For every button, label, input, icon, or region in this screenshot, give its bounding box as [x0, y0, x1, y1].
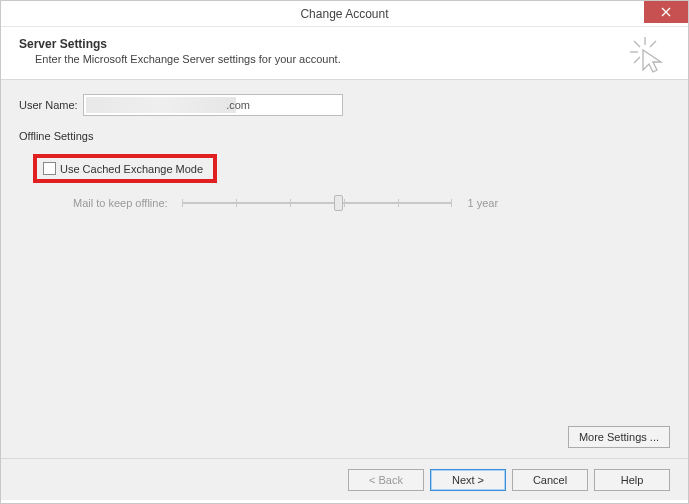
slider-tick	[398, 199, 399, 207]
svg-line-2	[634, 41, 640, 47]
cached-mode-label: Use Cached Exchange Mode	[60, 163, 203, 175]
window-title: Change Account	[300, 7, 388, 21]
close-icon	[661, 7, 671, 17]
next-button[interactable]: Next >	[430, 469, 506, 491]
svg-line-3	[650, 41, 656, 47]
username-input[interactable]: .com	[83, 94, 343, 116]
username-label: User Name:	[19, 99, 83, 111]
back-button[interactable]: < Back	[348, 469, 424, 491]
redacted-region	[86, 97, 236, 113]
slider-tick	[236, 199, 237, 207]
footer-buttons: < Back Next > Cancel Help	[1, 458, 688, 500]
mail-offline-label: Mail to keep offline:	[73, 197, 168, 209]
titlebar: Change Account	[1, 1, 688, 27]
more-settings-wrap: More Settings ...	[568, 426, 670, 448]
slider-tick	[290, 199, 291, 207]
slider-tick	[182, 199, 183, 207]
close-button[interactable]	[644, 1, 688, 23]
cursor-star-icon	[628, 35, 668, 75]
slider-track	[182, 202, 452, 204]
slider-tick	[451, 199, 452, 207]
header-title: Server Settings	[19, 37, 670, 51]
slider-tick	[344, 199, 345, 207]
cancel-button[interactable]: Cancel	[512, 469, 588, 491]
body-area: User Name: .com Offline Settings Use Cac…	[1, 80, 688, 458]
slider-thumb[interactable]	[334, 195, 343, 211]
svg-line-4	[634, 57, 640, 63]
username-row: User Name: .com	[19, 94, 670, 116]
offline-settings-label: Offline Settings	[19, 130, 670, 142]
username-value: .com	[226, 99, 250, 111]
header-panel: Server Settings Enter the Microsoft Exch…	[1, 27, 688, 80]
mail-offline-row: Mail to keep offline: 1 year	[73, 193, 670, 213]
mail-offline-slider[interactable]	[182, 193, 452, 213]
cached-mode-checkbox[interactable]	[43, 162, 56, 175]
cached-mode-highlight: Use Cached Exchange Mode	[33, 154, 217, 183]
more-settings-button[interactable]: More Settings ...	[568, 426, 670, 448]
help-button[interactable]: Help	[594, 469, 670, 491]
mail-offline-value: 1 year	[468, 197, 499, 209]
header-subtitle: Enter the Microsoft Exchange Server sett…	[35, 53, 670, 65]
